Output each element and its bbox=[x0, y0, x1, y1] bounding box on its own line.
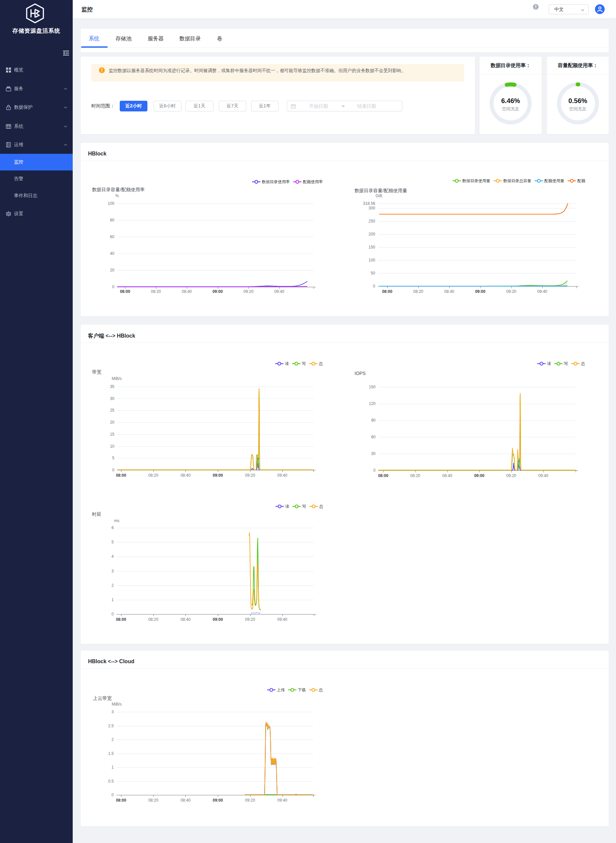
chart-legend: 数据目录使用率配额使用率 bbox=[249, 178, 323, 185]
legend-label: 上传 bbox=[277, 687, 285, 693]
sidebar-item-label: 概览 bbox=[14, 67, 23, 73]
chart-title-数据目录容量/配额使用率: 数据目录容量/配额使用率 bbox=[92, 187, 145, 193]
time-range-button-近6小时[interactable]: 近6小时 bbox=[153, 101, 182, 112]
sidebar-item-运维[interactable]: 运维 bbox=[0, 135, 73, 154]
warning-icon bbox=[99, 67, 105, 73]
chart-title-时延: 时延 bbox=[92, 511, 101, 517]
section-divider bbox=[81, 161, 609, 161]
sidebar-item-label: 数据保护 bbox=[14, 104, 33, 110]
app-logo-icon bbox=[25, 3, 45, 23]
date-start-placeholder: 开始日期 bbox=[309, 103, 328, 109]
gauge-value: 0.56% bbox=[547, 97, 609, 105]
legend-item-写[interactable]: 写 bbox=[554, 361, 568, 367]
legend-label: 总 bbox=[319, 504, 323, 510]
legend-label: 数据目录使用率 bbox=[262, 179, 290, 185]
chart-y-unit: % bbox=[104, 194, 131, 198]
app-title: 存储资源盘活系统 bbox=[0, 27, 73, 35]
chart-y-unit: ms bbox=[103, 518, 130, 523]
legend-label: 下载 bbox=[298, 687, 306, 693]
legend-item-总[interactable]: 总 bbox=[309, 361, 323, 367]
filter-card: 监控数据以服务器系统时间为准进行记录。时间被调整，或集群中服务器时间不统一，都可… bbox=[81, 57, 475, 134]
legend-label: 总 bbox=[319, 361, 323, 367]
sidebar-item-告警[interactable]: 告警 bbox=[0, 170, 73, 187]
legend-label: 配额 bbox=[577, 178, 585, 184]
info-icon[interactable] bbox=[532, 4, 539, 10]
chart-title-数据目录容量/配额使用量: 数据目录容量/配额使用量 bbox=[355, 188, 407, 194]
chart-legend: 读写总 bbox=[272, 503, 323, 510]
legend-item-下载[interactable]: 下载 bbox=[288, 687, 306, 693]
legend-item-配额使用率[interactable]: 配额使用率 bbox=[293, 179, 323, 185]
legend-marker-icon bbox=[292, 504, 301, 508]
date-end-placeholder: 结束日期 bbox=[357, 103, 376, 109]
legend-marker-icon bbox=[535, 179, 543, 183]
sidebar-item-数据保护[interactable]: 数据保护 bbox=[0, 98, 73, 117]
gauge-card-容量配额使用率: 容量配额使用率：0.56%空间充足 bbox=[547, 57, 609, 134]
legend-marker-icon bbox=[267, 688, 276, 692]
tab-数据目录[interactable]: 数据目录 bbox=[179, 35, 201, 43]
chart-legend: 读写总 bbox=[534, 360, 585, 367]
legend-item-数据目录总容量[interactable]: 数据目录总容量 bbox=[494, 178, 531, 184]
chart-legend: 数据目录使用量数据目录总容量配额使用量配额 bbox=[449, 178, 585, 184]
legend-item-配额[interactable]: 配额 bbox=[568, 178, 585, 184]
sidebar-item-服务[interactable]: 服务 bbox=[0, 79, 73, 98]
legend-label: 总 bbox=[319, 687, 323, 693]
time-range-button-近7天[interactable]: 近7天 bbox=[219, 101, 246, 112]
chevron-down-icon bbox=[64, 106, 67, 109]
gauge-title: 容量配额使用率： bbox=[547, 57, 609, 74]
legend-item-配额使用量[interactable]: 配额使用量 bbox=[535, 178, 564, 184]
sidebar-item-设置[interactable]: 设置 bbox=[0, 204, 73, 223]
sidebar-item-label: 设置 bbox=[14, 211, 23, 217]
legend-marker-icon bbox=[537, 361, 546, 366]
sidebar-item-事件和日志[interactable]: 事件和日志 bbox=[0, 187, 73, 204]
sidebar-item-label: 事件和日志 bbox=[14, 193, 37, 199]
legend-item-写[interactable]: 写 bbox=[292, 504, 306, 510]
menu-fold-icon[interactable] bbox=[63, 50, 69, 56]
legend-item-上传[interactable]: 上传 bbox=[267, 687, 285, 693]
banner-text: 监控数据以服务器系统时间为准进行记录。时间被调整，或集群中服务器时间不统一，都可… bbox=[109, 68, 406, 74]
gauge-title: 数据目录使用率： bbox=[480, 57, 542, 74]
tabs-divider bbox=[81, 47, 609, 48]
sidebar-item-监控[interactable]: 监控 bbox=[0, 154, 73, 170]
tab-系统[interactable]: 系统 bbox=[89, 35, 100, 43]
legend-marker-icon bbox=[568, 179, 576, 183]
gauge-status: 空间充足 bbox=[547, 106, 609, 112]
tab-服务器[interactable]: 服务器 bbox=[148, 35, 164, 43]
legend-label: 写 bbox=[564, 361, 568, 367]
legend-item-总[interactable]: 总 bbox=[309, 687, 323, 693]
legend-item-数据目录使用量[interactable]: 数据目录使用量 bbox=[453, 178, 490, 184]
user-avatar[interactable] bbox=[595, 4, 605, 14]
time-range-button-近1天[interactable]: 近1天 bbox=[185, 101, 213, 112]
section-divider bbox=[81, 668, 609, 669]
legend-label: 总 bbox=[581, 361, 585, 367]
sidebar-item-概览[interactable]: 概览 bbox=[0, 61, 73, 79]
legend-item-写[interactable]: 写 bbox=[292, 361, 306, 367]
sidebar-item-label: 系统 bbox=[14, 123, 23, 129]
legend-item-总[interactable]: 总 bbox=[571, 361, 585, 367]
time-range-button-近2小时[interactable]: 近2小时 bbox=[120, 101, 147, 112]
time-range-button-近1年[interactable]: 近1年 bbox=[251, 101, 279, 112]
section-title: HBlock <--> Cloud bbox=[88, 658, 134, 665]
date-range-input[interactable]: 开始日期 ~ 结束日期 bbox=[287, 101, 402, 112]
tab-存储池[interactable]: 存储池 bbox=[115, 35, 131, 43]
gauge-status: 空间充足 bbox=[480, 106, 542, 112]
legend-item-读[interactable]: 读 bbox=[276, 504, 289, 510]
chevron-up-icon bbox=[64, 143, 67, 147]
legend-label: 读 bbox=[285, 504, 289, 510]
legend-label: 读 bbox=[285, 361, 289, 367]
legend-marker-icon bbox=[309, 504, 318, 508]
tab-卷[interactable]: 卷 bbox=[217, 35, 223, 43]
legend-item-读[interactable]: 读 bbox=[537, 361, 551, 367]
language-value: 中文 bbox=[554, 7, 564, 13]
language-select[interactable]: 中文 bbox=[549, 4, 589, 14]
legend-item-读[interactable]: 读 bbox=[275, 361, 289, 367]
calendar-icon bbox=[291, 104, 296, 109]
legend-marker-icon bbox=[288, 688, 296, 692]
section-card-客户端 <--> HBlock: 客户端 <--> HBlock bbox=[81, 325, 609, 644]
gauge-value: 6.46% bbox=[480, 97, 542, 105]
legend-item-总[interactable]: 总 bbox=[309, 504, 323, 510]
legend-label: 配额使用量 bbox=[544, 178, 564, 184]
legend-item-数据目录使用率[interactable]: 数据目录使用率 bbox=[252, 179, 290, 185]
time-range-label: 时间范围： bbox=[91, 103, 115, 109]
sidebar-item-系统[interactable]: 系统 bbox=[0, 117, 73, 136]
legend-marker-icon bbox=[309, 688, 317, 692]
